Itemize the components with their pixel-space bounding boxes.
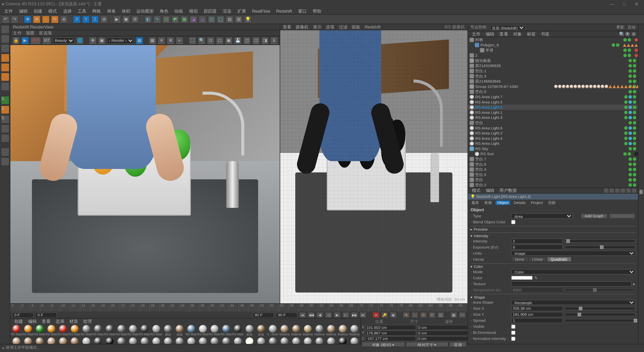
step-fwd-button[interactable]: ▶▶ (351, 312, 358, 318)
mat-menu-纹理[interactable]: 纹理 (81, 318, 94, 325)
type-select[interactable]: Area (511, 214, 573, 219)
tree-item-3[interactable]: 2 (468, 53, 638, 58)
cube-button[interactable]: ◧ (144, 15, 152, 23)
vp-menu-摄像机[interactable]: 摄像机 (296, 24, 308, 30)
material-row2-16[interactable]: Materia (197, 337, 209, 344)
axis-x-button[interactable]: X (73, 15, 81, 23)
obj-menu-对象[interactable]: 对象 (511, 30, 524, 37)
coord-mode-l-select[interactable]: 对象 (相对) ▾ (362, 342, 405, 347)
rv-globe-button[interactable]: 🌐 (76, 37, 84, 44)
material-row2-18[interactable]: Materia (221, 337, 232, 344)
mat-menu-编辑[interactable]: 编辑 (26, 318, 39, 325)
key-pla-button[interactable]: ◫ (437, 312, 444, 318)
attr-menu-编辑[interactable]: 编辑 (484, 187, 496, 194)
om-search-button[interactable]: 🔍 (619, 31, 624, 37)
vp-menu-Redshift[interactable]: Redshift (365, 25, 381, 29)
minimize-button[interactable]: — (606, 2, 618, 6)
attribute-tabs[interactable]: 基本坐标ObjectDetailsProject目标 (468, 200, 638, 206)
render-view-canvas[interactable] (10, 45, 279, 303)
tree-item-27[interactable]: 空白 (468, 177, 638, 183)
rv-play-button[interactable]: ▶ (21, 37, 29, 44)
material-row1-12[interactable]: RS Mate (151, 325, 162, 337)
dock-snap5-button[interactable] (1, 134, 9, 143)
material-row1-15[interactable]: RS Mate (186, 325, 197, 337)
attribute-menu[interactable]: 模式编辑用户数据 (468, 188, 638, 194)
menu-扩展[interactable]: 扩展 (235, 8, 249, 14)
rv-lock-button[interactable]: 🔒 (12, 37, 20, 44)
scale-tool-button[interactable]: ▫ (42, 15, 50, 23)
material-row1-23[interactable]: Materia (279, 325, 290, 337)
dock-snap4-button[interactable] (1, 124, 9, 133)
material-row1-19[interactable]: RS Mate (232, 325, 244, 337)
spline-button[interactable]: ✎ (153, 15, 161, 23)
autokey-button[interactable]: 🔑 (381, 312, 388, 318)
tree-item-17[interactable]: RS Area Light.6 (468, 125, 638, 131)
keyall-button[interactable]: ◉ (390, 312, 397, 318)
dock-poly-button[interactable] (1, 73, 9, 81)
attr-up-button[interactable] (615, 188, 619, 193)
viewport-canvas[interactable]: 透视视图 (280, 30, 467, 303)
render-region-button[interactable]: ▣ (122, 15, 130, 23)
material-row2-26[interactable]: Materia (314, 337, 325, 344)
menu-角色[interactable]: 角色 (157, 8, 171, 14)
menu-渲染[interactable]: 渲染 (220, 8, 234, 14)
material-row1-18[interactable]: RS Mate (221, 325, 232, 337)
rv-fit-button[interactable]: ⊡ (207, 37, 215, 44)
edit-graph-button[interactable]: Edit Graph (609, 214, 635, 219)
texture-field[interactable] (511, 281, 632, 287)
dock-misc2-button[interactable] (1, 157, 9, 166)
attr-lock-button[interactable] (626, 188, 631, 193)
exposure-slider[interactable] (565, 245, 635, 249)
tree-item-7[interactable]: 空白.3 (468, 74, 638, 79)
material-row2-15[interactable]: Materia (186, 337, 197, 344)
blend-checkbox[interactable] (511, 220, 515, 224)
tree-item-9[interactable]: Group-1376078-87-1000 (468, 84, 638, 89)
sizex-field[interactable] (511, 306, 563, 311)
material-row2-19[interactable]: Materia (232, 337, 244, 344)
spread-field[interactable] (511, 318, 563, 323)
material-row1-11[interactable]: RS Mate (139, 325, 150, 337)
tree-item-26[interactable]: 空白.5 (468, 172, 638, 177)
tree-item-19[interactable]: RS Area Light.4 (468, 136, 638, 141)
material-row2-27[interactable]: Materia (326, 337, 337, 344)
color-picker-icon[interactable]: ✎ (534, 276, 538, 280)
rv-rt-button[interactable]: RT (42, 37, 51, 44)
dock-snap2-button[interactable]: S (1, 105, 9, 114)
rv-zoom-button[interactable]: 🔍 (198, 37, 206, 44)
material-row1-28[interactable]: Materia (337, 325, 348, 337)
menu-帮助[interactable]: 帮助 (310, 8, 324, 14)
material-row1-14[interactable]: 保温 (174, 325, 185, 337)
material-row2-23[interactable]: Materia (279, 337, 290, 344)
material-row1-5[interactable]: RS Mate (69, 325, 80, 337)
attr-tab-目标[interactable]: 目标 (546, 200, 558, 205)
material-row2-8[interactable]: RS Mate (104, 337, 115, 344)
material-row2-0[interactable]: RS Mate (11, 337, 22, 344)
material-row2-11[interactable]: Materia (139, 337, 150, 344)
tree-item-16[interactable]: 空白 (468, 120, 638, 125)
material-row1-26[interactable]: Materia (314, 325, 325, 337)
sizey-slider[interactable] (565, 313, 635, 316)
menu-Redshift[interactable]: Redshift (273, 8, 295, 14)
material-row2-6[interactable]: RS Mate (81, 337, 92, 344)
attr-menu-模式[interactable]: 模式 (470, 187, 482, 194)
fcurve-button[interactable]: 〰 (459, 312, 466, 318)
rv-region-button[interactable]: ▦ (136, 37, 143, 44)
om-eye-button[interactable]: 👁 (625, 31, 630, 37)
light-button[interactable]: 💡 (244, 15, 252, 23)
norm-checkbox[interactable] (511, 337, 515, 341)
attr-menu-用户数据[interactable]: 用户数据 (497, 187, 519, 194)
om-filter-button[interactable]: ≡ (631, 31, 636, 37)
attr-tab-Project[interactable]: Project (529, 200, 545, 205)
dock-misc1-button[interactable] (1, 148, 9, 156)
vp-menu-选项[interactable]: 选项 (326, 24, 334, 30)
menu-编辑[interactable]: 编辑 (16, 8, 30, 14)
recent-tool-button[interactable]: ⊕ (60, 15, 68, 23)
go-start-button[interactable]: ⏮ (299, 312, 306, 318)
go-end-button[interactable]: ⏭ (359, 312, 366, 318)
material-grid[interactable]: RS MateRS MateRS MateRS MateRS MateRS Ma… (10, 325, 360, 344)
material-row1-1[interactable]: RS Mate (22, 325, 34, 337)
camera-button[interactable]: ◯ (217, 15, 224, 23)
material-row1-4[interactable]: RS Mate (57, 325, 69, 337)
decay-segment[interactable]: NoneLinearQuadratic (511, 257, 572, 262)
material-row2-5[interactable]: RS Mate (69, 337, 80, 344)
